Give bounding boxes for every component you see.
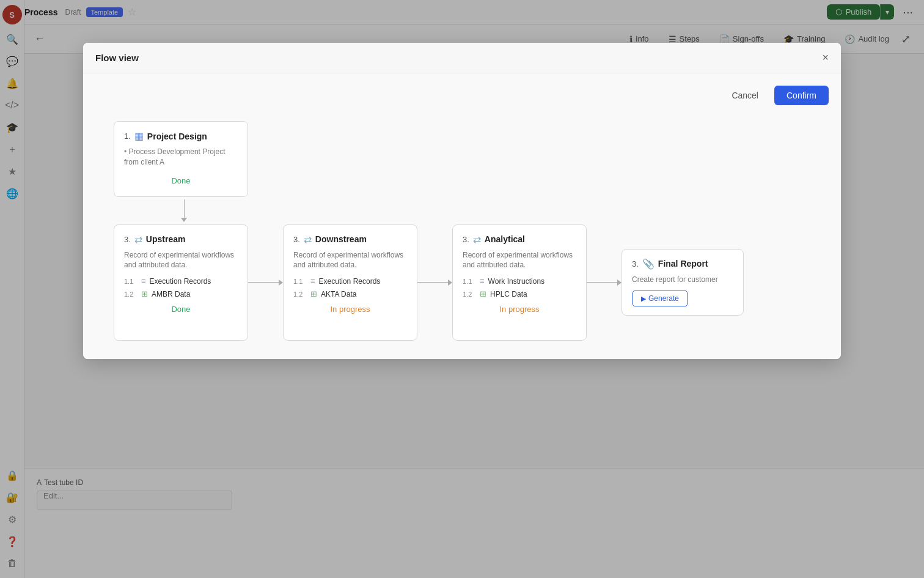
final-report-title: Final Report: [658, 259, 708, 269]
downstream-sub-2: 1.2 ⊞ AKTA Data: [293, 289, 407, 298]
modal-close-button[interactable]: ×: [822, 51, 829, 64]
flow-row-1: 1. ▦ Project Design • Process Developmen…: [114, 121, 248, 197]
analytical-card: 3. ⇄ Analytical Record of experimental w…: [452, 224, 587, 341]
upstream-sub2-num: 1.2: [124, 291, 138, 298]
upstream-title: Upstream: [146, 234, 186, 244]
upstream-sub2-icon: ⊞: [141, 289, 148, 298]
upstream-sub-2: 1.2 ⊞ AMBR Data: [124, 289, 238, 298]
flow-diagram: 1. ▦ Project Design • Process Developmen…: [95, 115, 829, 347]
analytical-num: 3.: [463, 235, 469, 244]
modal-header: Flow view ×: [83, 43, 841, 73]
downstream-sub2-label: AKTA Data: [321, 290, 356, 298]
final-report-desc: Create report for customer: [632, 275, 733, 285]
analytical-sub-2: 1.2 ⊞ HPLC Data: [463, 289, 576, 298]
arrow-right-1: [248, 280, 283, 286]
modal-title: Flow view: [95, 53, 139, 63]
generate-label: Generate: [648, 294, 679, 303]
downstream-sub-1: 1.1 ≡ Execution Records: [293, 276, 407, 286]
upstream-header: 3. ⇄ Upstream: [124, 234, 238, 245]
downstream-sub2-icon: ⊞: [310, 289, 317, 298]
final-report-header: 3. 📎 Final Report: [632, 258, 733, 270]
downstream-sub1-icon: ≡: [310, 276, 315, 286]
downstream-sub1-num: 1.1: [293, 278, 307, 285]
project-design-desc: • Process Development Project from clien…: [124, 147, 238, 168]
analytical-sub1-label: Work Instructions: [488, 277, 544, 286]
upstream-num: 3.: [124, 235, 131, 244]
upstream-sub1-num: 1.1: [124, 278, 138, 285]
confirm-button[interactable]: Confirm: [774, 86, 829, 105]
arrow-right-2: [417, 280, 452, 286]
upstream-sub2-label: AMBR Data: [152, 290, 190, 298]
project-design-header: 1. ▦ Project Design: [124, 130, 238, 142]
project-design-status: Done: [124, 174, 238, 188]
analytical-sub2-label: HPLC Data: [490, 290, 527, 298]
downstream-status: In progress: [293, 302, 407, 316]
final-report-num: 3.: [632, 259, 639, 269]
project-design-num: 1.: [124, 132, 131, 141]
project-design-card: 1. ▦ Project Design • Process Developmen…: [114, 121, 248, 197]
upstream-sub1-icon: ≡: [141, 276, 146, 286]
upstream-icon: ⇄: [134, 234, 142, 245]
generate-button[interactable]: ▶ Generate: [632, 291, 688, 306]
analytical-sub2-num: 1.2: [463, 291, 476, 298]
downstream-desc: Record of experimental workflows and att…: [293, 250, 407, 271]
analytical-sub1-icon: ≡: [480, 276, 485, 286]
generate-icon: ▶: [641, 295, 646, 303]
final-report-card: 3. 📎 Final Report Create report for cust…: [622, 249, 744, 316]
upstream-status: Done: [124, 302, 238, 316]
flow-view-modal: Flow view × Cancel Confirm 1. ▦ Project …: [83, 43, 841, 359]
modal-body: Cancel Confirm 1. ▦ Project Design • Pro…: [83, 73, 841, 359]
analytical-desc: Record of experimental workflows and att…: [463, 250, 576, 271]
flow-row-2: 3. ⇄ Upstream Record of experimental wor…: [114, 224, 744, 341]
modal-actions-top: Cancel Confirm: [95, 86, 829, 105]
upstream-sub-1: 1.1 ≡ Execution Records: [124, 276, 238, 286]
downstream-title: Downstream: [315, 234, 367, 244]
analytical-sub-1: 1.1 ≡ Work Instructions: [463, 276, 576, 286]
analytical-sub2-icon: ⊞: [480, 289, 486, 298]
arrow-head: [181, 218, 187, 222]
arrow-right-3: [587, 280, 622, 286]
project-design-title: Project Design: [147, 132, 207, 141]
downstream-header: 3. ⇄ Downstream: [293, 234, 407, 245]
arrow-line: [184, 199, 185, 218]
modal-overlay: Flow view × Cancel Confirm 1. ▦ Project …: [0, 0, 924, 578]
analytical-header: 3. ⇄ Analytical: [463, 234, 576, 245]
upstream-card: 3. ⇄ Upstream Record of experimental wor…: [114, 224, 248, 341]
project-design-icon: ▦: [134, 130, 144, 142]
analytical-title: Analytical: [485, 234, 525, 244]
downstream-icon: ⇄: [304, 234, 312, 245]
upstream-sub1-label: Execution Records: [150, 277, 211, 286]
downstream-sub2-num: 1.2: [293, 291, 307, 298]
downstream-num: 3.: [293, 235, 300, 244]
downstream-card: 3. ⇄ Downstream Record of experimental w…: [283, 224, 417, 341]
analytical-status: In progress: [463, 302, 576, 316]
final-report-icon: 📎: [642, 258, 654, 270]
arrow-down-1: [181, 199, 187, 222]
analytical-icon: ⇄: [473, 234, 481, 245]
upstream-desc: Record of experimental workflows and att…: [124, 250, 238, 271]
downstream-sub1-label: Execution Records: [319, 277, 381, 286]
cancel-button[interactable]: Cancel: [722, 86, 768, 105]
analytical-sub1-num: 1.1: [463, 278, 476, 285]
